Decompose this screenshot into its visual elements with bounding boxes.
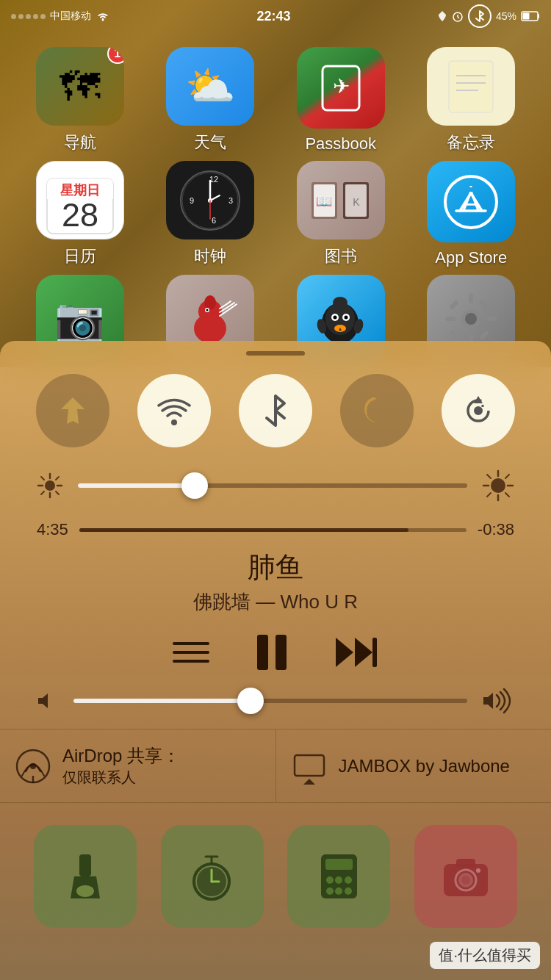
forward-button[interactable] [334, 634, 378, 671]
clock-svg: 12 3 6 9 [177, 167, 243, 234]
app-books[interactable]: 📖 K 图书 [276, 154, 406, 267]
svg-point-66 [474, 406, 483, 415]
bluetooth-inner-icon [474, 10, 486, 23]
app-icon-clock: 12 3 6 9 [166, 161, 254, 239]
svg-point-118 [335, 887, 342, 895]
bluetooth-toggle[interactable] [239, 374, 312, 447]
svg-rect-113 [325, 859, 353, 870]
airdrop-subtitle: 仅限联系人 [62, 768, 180, 788]
brightness-section [0, 458, 551, 513]
svg-text:✈: ✈ [332, 75, 349, 98]
brightness-thumb[interactable] [181, 472, 208, 499]
airdrop-item[interactable]: AirDrop 共享： 仅限联系人 [0, 729, 276, 802]
appstore-svg: A [442, 173, 500, 231]
location-icon [437, 10, 447, 22]
pause-button[interactable] [253, 632, 290, 673]
notes-svg [442, 57, 500, 116]
svg-point-47 [334, 315, 337, 319]
time-remaining: -0:38 [478, 520, 514, 539]
svg-point-69 [45, 480, 55, 491]
brightness-fill [78, 483, 195, 488]
svg-rect-94 [372, 638, 377, 667]
timer-button[interactable] [161, 825, 264, 928]
svg-rect-58 [445, 317, 455, 321]
volume-low-icon [37, 690, 59, 712]
dnd-toggle[interactable] [340, 374, 414, 447]
svg-rect-63 [449, 330, 459, 340]
svg-text:📖: 📖 [316, 193, 333, 209]
bluetooth-toggle-icon [262, 394, 289, 428]
control-center: 4:35 -0:38 肺鱼 佛跳墙 — Who U R [0, 341, 551, 980]
svg-line-76 [56, 477, 59, 480]
svg-line-75 [56, 491, 59, 494]
app-icon-notes [427, 47, 515, 126]
svg-point-40 [204, 295, 216, 310]
app-notes[interactable]: 备忘录 [406, 40, 537, 154]
airplane-icon [57, 396, 89, 425]
music-progress-track[interactable] [79, 528, 467, 532]
music-info: 肺鱼 佛跳墙 — Who U R [0, 543, 551, 621]
flashlight-button[interactable] [34, 825, 137, 928]
svg-marker-101 [302, 779, 317, 785]
playlist-button[interactable] [173, 636, 209, 669]
svg-point-78 [491, 478, 505, 493]
svg-point-124 [461, 876, 470, 884]
app-icon-passbook: ✈ [297, 47, 385, 129]
quick-apps [0, 803, 551, 943]
app-icon-weather: ⛅ [166, 47, 254, 126]
svg-point-114 [326, 876, 334, 884]
battery-icon [521, 11, 540, 21]
volume-thumb[interactable] [237, 688, 264, 714]
airplay-item[interactable]: JAMBOX by Jawbone [276, 729, 552, 802]
svg-line-77 [41, 491, 44, 494]
bluetooth-status-icon [468, 4, 491, 28]
airplay-device: JAMBOX by Jawbone [339, 756, 510, 777]
volume-track[interactable] [73, 699, 467, 703]
svg-text:K: K [353, 196, 360, 208]
time-elapsed: 4:35 [37, 520, 68, 539]
signal-dot-1 [11, 14, 16, 19]
moon-icon [361, 394, 393, 427]
passbook-svg: ✈ [315, 62, 367, 114]
app-calendar[interactable]: 星期日 28 日历 [15, 154, 145, 267]
calculator-button[interactable] [287, 825, 390, 928]
flashlight-icon [63, 851, 107, 902]
carrier-label: 中国移动 [50, 10, 91, 23]
status-bar: 中国移动 22:43 45% [0, 0, 551, 32]
wifi-toggle[interactable] [137, 374, 211, 447]
app-passbook[interactable]: ✈ Passbook [276, 40, 406, 154]
svg-text:6: 6 [212, 216, 216, 225]
calendar-svg: 星期日 28 [43, 164, 117, 237]
books-svg: 📖 K [308, 171, 374, 230]
volume-section [0, 684, 551, 729]
app-nav[interactable]: 🗺 1 导航 [15, 40, 145, 154]
svg-point-55 [465, 313, 477, 325]
brightness-track[interactable] [78, 483, 467, 488]
settings-svg [442, 289, 500, 348]
svg-rect-6 [538, 14, 539, 18]
playlist-icon [173, 636, 209, 669]
sharing-row: AirDrop 共享： 仅限联系人 JAMBOX by Jawbone [0, 729, 551, 803]
app-appstore[interactable]: A App Store [406, 154, 537, 267]
brightness-low-icon [37, 472, 63, 499]
svg-rect-9 [449, 61, 493, 112]
rotation-toggle[interactable] [442, 374, 515, 447]
app-clock[interactable]: 12 3 6 9 时钟 [145, 154, 276, 267]
svg-rect-62 [479, 300, 489, 310]
svg-point-116 [345, 876, 352, 884]
svg-marker-92 [336, 638, 353, 667]
svg-line-74 [41, 477, 44, 480]
svg-rect-61 [479, 330, 489, 340]
music-controls [0, 621, 551, 684]
airplane-toggle[interactable] [36, 374, 109, 447]
camera-button[interactable] [414, 825, 517, 928]
svg-point-119 [345, 887, 352, 895]
app-weather[interactable]: ⛅ 天气 [145, 40, 276, 154]
music-progress-fill [79, 528, 408, 532]
svg-point-48 [345, 315, 348, 319]
app-icon-books: 📖 K [297, 161, 385, 239]
battery-percent: 45% [496, 10, 516, 22]
svg-point-99 [30, 763, 36, 769]
svg-point-105 [76, 885, 94, 897]
svg-line-83 [487, 475, 491, 478]
